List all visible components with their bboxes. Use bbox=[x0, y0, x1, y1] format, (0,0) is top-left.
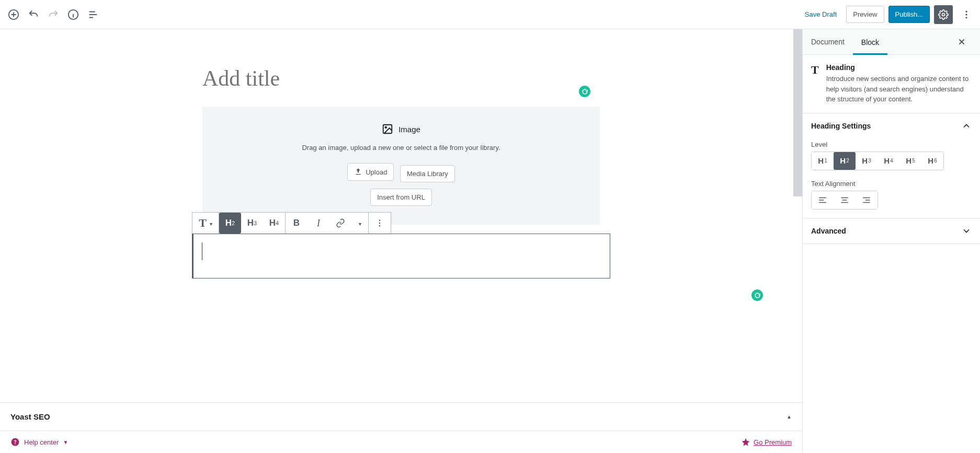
heading-settings-section: Heading Settings Level H1 H2 H3 H4 H5 H6… bbox=[803, 113, 980, 218]
level-label: Level bbox=[811, 141, 972, 148]
close-icon bbox=[957, 37, 966, 47]
text-t-icon: T bbox=[199, 216, 207, 230]
undo-icon bbox=[28, 9, 39, 20]
svg-point-7 bbox=[385, 126, 387, 128]
add-block-button[interactable] bbox=[4, 5, 23, 24]
align-right-button[interactable] bbox=[856, 191, 878, 209]
yoast-header[interactable]: Yoast SEO ▲ bbox=[0, 403, 802, 431]
block-navigation-button[interactable] bbox=[84, 5, 102, 24]
svg-point-8 bbox=[379, 219, 381, 221]
image-button-row-2: Insert from URL bbox=[219, 187, 583, 208]
svg-point-4 bbox=[965, 14, 967, 15]
chevron-down-icon bbox=[961, 226, 972, 236]
redo-button[interactable] bbox=[44, 5, 63, 24]
more-options-button[interactable] bbox=[957, 5, 976, 24]
caret-down-icon: ▼ bbox=[63, 439, 68, 445]
go-premium-link[interactable]: Go Premium bbox=[754, 438, 792, 446]
yoast-row: Help center ▼ Go Premium bbox=[0, 431, 802, 453]
align-center-icon bbox=[840, 195, 849, 205]
align-center-button[interactable] bbox=[834, 191, 856, 209]
level-h5-button[interactable]: H5 bbox=[899, 152, 921, 170]
align-left-button[interactable] bbox=[812, 191, 834, 209]
toolbar-h2-button[interactable]: H2 bbox=[219, 213, 241, 234]
image-block-header: Image bbox=[382, 123, 420, 135]
editor-area: Image Drag an image, upload a new one or… bbox=[0, 29, 802, 453]
info-icon bbox=[67, 9, 79, 20]
image-icon bbox=[382, 123, 393, 135]
redo-icon bbox=[48, 9, 59, 20]
advanced-header[interactable]: Advanced bbox=[803, 218, 980, 243]
star-icon bbox=[741, 437, 750, 447]
level-h2-button[interactable]: H2 bbox=[834, 152, 856, 170]
level-h4-button[interactable]: H4 bbox=[878, 152, 899, 170]
link-button[interactable] bbox=[329, 213, 351, 234]
heading-text-input[interactable] bbox=[192, 234, 610, 278]
tab-block[interactable]: Block bbox=[853, 30, 887, 55]
top-toolbar: Save Draft Preview Publish... bbox=[0, 0, 980, 29]
settings-sidebar: Document Block T Heading Introduce new s… bbox=[802, 29, 980, 453]
tab-document[interactable]: Document bbox=[803, 29, 853, 54]
caret-down-icon bbox=[210, 219, 212, 227]
level-h1-button[interactable]: H1 bbox=[812, 152, 834, 170]
editor-content: Image Drag an image, upload a new one or… bbox=[202, 61, 600, 321]
dots-vertical-icon bbox=[375, 218, 384, 228]
sidebar-tabs: Document Block bbox=[803, 29, 980, 55]
heading-block-icon: T bbox=[811, 63, 819, 77]
collapse-up-icon: ▲ bbox=[787, 414, 792, 420]
image-placeholder-block[interactable]: Image Drag an image, upload a new one or… bbox=[202, 107, 600, 225]
gear-icon bbox=[938, 9, 949, 20]
more-rich-text-button[interactable] bbox=[351, 213, 368, 234]
align-left-icon bbox=[818, 195, 827, 205]
post-title-input[interactable] bbox=[202, 61, 600, 96]
close-sidebar-button[interactable] bbox=[957, 30, 980, 53]
yoast-seo-panel: Yoast SEO ▲ Help center ▼ Go Premium bbox=[0, 402, 802, 453]
svg-point-5 bbox=[965, 17, 967, 18]
save-draft-button[interactable]: Save Draft bbox=[800, 6, 842, 23]
media-library-button[interactable]: Media Library bbox=[400, 165, 455, 182]
bold-icon: B bbox=[293, 218, 300, 228]
toolbar-h3-button[interactable]: H3 bbox=[241, 213, 263, 234]
alignment-buttons bbox=[811, 191, 878, 210]
image-instructions: Drag an image, upload a new one or selec… bbox=[219, 144, 583, 152]
preview-button[interactable]: Preview bbox=[846, 6, 884, 23]
main-layout: Image Drag an image, upload a new one or… bbox=[0, 29, 980, 453]
undo-button[interactable] bbox=[24, 5, 43, 24]
go-premium-link-wrapper: Go Premium bbox=[741, 437, 792, 447]
publish-button[interactable]: Publish... bbox=[888, 6, 930, 23]
heading-settings-title: Heading Settings bbox=[811, 122, 871, 130]
svg-point-10 bbox=[379, 225, 381, 227]
bold-button[interactable]: B bbox=[286, 213, 307, 234]
svg-point-2 bbox=[942, 13, 945, 16]
grammarly-badge-icon[interactable] bbox=[579, 86, 590, 97]
heading-settings-header[interactable]: Heading Settings bbox=[803, 113, 980, 138]
block-more-options-button[interactable] bbox=[369, 213, 391, 234]
chevron-up-icon bbox=[961, 121, 972, 131]
level-h3-button[interactable]: H3 bbox=[856, 152, 878, 170]
svg-point-9 bbox=[379, 223, 381, 224]
italic-button[interactable]: I bbox=[307, 213, 329, 234]
content-info-button[interactable] bbox=[64, 5, 83, 24]
help-center-button[interactable]: Help center ▼ bbox=[10, 437, 68, 447]
plus-circle-icon bbox=[8, 9, 19, 20]
dots-vertical-icon bbox=[961, 9, 972, 20]
italic-icon: I bbox=[317, 218, 320, 229]
change-block-type-button[interactable]: T bbox=[192, 213, 219, 234]
level-buttons: H1 H2 H3 H4 H5 H6 bbox=[811, 152, 944, 170]
toolbar-group-formatting: B I bbox=[286, 213, 369, 234]
editor-scroll: Image Drag an image, upload a new one or… bbox=[0, 29, 802, 402]
upload-button[interactable]: Upload bbox=[347, 163, 394, 181]
heading-settings-body: Level H1 H2 H3 H4 H5 H6 Text Alignment bbox=[803, 138, 980, 218]
block-summary-text: Heading Introduce new sections and organ… bbox=[826, 63, 972, 104]
settings-button[interactable] bbox=[934, 5, 953, 24]
link-icon bbox=[336, 218, 345, 228]
toolbar-h4-button[interactable]: H4 bbox=[263, 213, 285, 234]
insert-from-url-button[interactable]: Insert from URL bbox=[370, 189, 432, 206]
block-summary-title: Heading bbox=[826, 63, 972, 72]
level-h6-button[interactable]: H6 bbox=[921, 152, 943, 170]
grammarly-badge-icon[interactable] bbox=[751, 289, 763, 301]
toolbar-left bbox=[4, 5, 102, 24]
toolbar-group-type: T bbox=[192, 213, 219, 234]
alignment-label: Text Alignment bbox=[811, 180, 972, 188]
title-row bbox=[202, 61, 600, 96]
image-block-label: Image bbox=[398, 125, 420, 134]
